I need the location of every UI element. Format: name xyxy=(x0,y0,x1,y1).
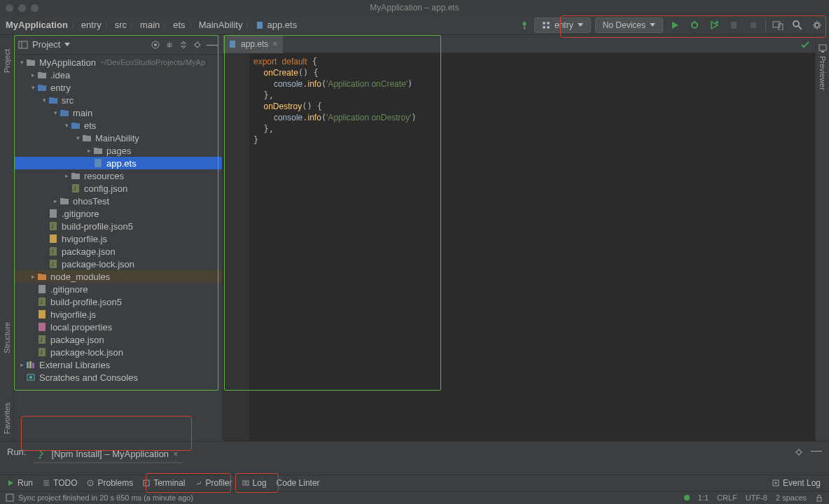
profile-button[interactable] xyxy=(706,18,722,33)
tree-row[interactable]: ▾MyApplication~/DevEcoStudioProjects/MyA… xyxy=(14,56,222,69)
collapse-all-icon[interactable] xyxy=(179,40,188,50)
tree-row[interactable]: Jbuild-profile.json5 xyxy=(14,295,222,308)
tree-row[interactable]: Jconfig.json xyxy=(14,182,222,195)
close-dot[interactable] xyxy=(6,4,13,12)
project-panel: Project — ▾MyApplication~/DevEcoStudioPr… xyxy=(14,35,223,441)
tree-row[interactable]: Scratches and Consoles xyxy=(14,371,222,384)
btn-todo[interactable]: TODO xyxy=(43,478,77,488)
breadcrumb-item[interactable]: src xyxy=(115,20,127,30)
breadcrumb: MyApplication〉entry〉src〉main〉ets〉MainAbi… xyxy=(6,20,297,30)
tree-row[interactable]: ▾src xyxy=(14,94,222,106)
debug-button[interactable] xyxy=(687,18,702,33)
breadcrumb-item[interactable]: main xyxy=(140,20,160,30)
window-title: MyApplication – app.ets xyxy=(370,3,459,13)
window-controls xyxy=(6,4,39,12)
attach-button[interactable] xyxy=(726,18,741,33)
tree-row[interactable]: ▾entry xyxy=(14,81,222,94)
lock-icon[interactable] xyxy=(815,493,823,502)
device-selector[interactable]: No Devices xyxy=(595,18,663,33)
gear-icon[interactable] xyxy=(794,447,804,457)
tree-row[interactable]: ▸ohosTest xyxy=(14,195,222,207)
tree-row[interactable]: ▾MainAbility xyxy=(14,132,222,144)
tree-row[interactable]: hvigorfile.js xyxy=(14,308,222,321)
tree-row[interactable]: Jpackage.json xyxy=(14,333,222,346)
breadcrumb-item[interactable]: ets xyxy=(173,20,185,30)
npm-icon xyxy=(37,449,47,459)
tree-row[interactable]: hvigorfile.js xyxy=(14,232,222,245)
svg-point-51 xyxy=(797,450,801,454)
gear-icon[interactable] xyxy=(809,18,825,33)
svg-rect-56 xyxy=(243,481,249,485)
tree-row[interactable]: local.properties xyxy=(14,321,222,333)
line-ending[interactable]: CRLF xyxy=(717,493,737,502)
select-opened-icon[interactable] xyxy=(151,40,160,50)
breadcrumb-item[interactable]: app.ets xyxy=(256,20,297,30)
btn-log[interactable]: Log xyxy=(242,478,267,488)
btn-run[interactable]: Run xyxy=(7,478,33,488)
device-manager-icon[interactable] xyxy=(770,18,786,33)
tree-row[interactable]: app.ets xyxy=(14,157,222,169)
btn-problems[interactable]: Problems xyxy=(87,478,133,488)
btn-terminal[interactable]: Terminal xyxy=(143,478,185,488)
run-button[interactable] xyxy=(667,18,683,33)
svg-point-17 xyxy=(815,23,819,27)
encoding[interactable]: UTF-8 xyxy=(746,493,767,502)
code[interactable]: export default { onCreate() { console.in… xyxy=(249,53,815,441)
editor-area: app.ets × export default { onCreate() { … xyxy=(223,35,815,441)
svg-text:J: J xyxy=(40,350,43,355)
tree-row[interactable]: ▸pages xyxy=(14,144,222,157)
breadcrumb-separator: 〉 xyxy=(71,20,78,30)
chevron-down-icon[interactable] xyxy=(64,43,70,46)
device-label: No Devices xyxy=(603,20,646,30)
close-icon[interactable]: × xyxy=(173,449,179,459)
rail-previewer[interactable]: Previewer xyxy=(818,56,827,90)
project-tree[interactable]: ▾MyApplication~/DevEcoStudioProjects/MyA… xyxy=(14,55,222,384)
tree-row[interactable]: ▾main xyxy=(14,106,222,119)
expand-all-icon[interactable] xyxy=(165,40,174,50)
caret-pos[interactable]: 1:1 xyxy=(698,493,709,502)
rail-favorites[interactable]: Favorites xyxy=(3,402,11,434)
rail-structure[interactable]: Structure xyxy=(3,322,11,354)
tree-row[interactable]: ▸.idea xyxy=(14,69,222,81)
minimize-icon[interactable]: — xyxy=(207,41,218,48)
search-icon[interactable] xyxy=(790,18,805,33)
btn-profiler[interactable]: Profiler xyxy=(195,478,232,488)
btn-eventlog[interactable]: Event Log xyxy=(772,478,821,488)
chevron-down-icon xyxy=(650,23,655,27)
tree-row[interactable]: .gitignore xyxy=(14,283,222,295)
previewer-icon[interactable] xyxy=(818,43,828,53)
close-icon[interactable]: × xyxy=(272,39,277,49)
svg-point-2 xyxy=(543,22,545,24)
tree-row[interactable]: Jbuild-profile.json5 xyxy=(14,220,222,232)
min-dot[interactable] xyxy=(18,4,26,12)
stop-button[interactable] xyxy=(746,18,761,33)
tree-row[interactable]: ▾ets xyxy=(14,119,222,132)
minimize-icon[interactable]: — xyxy=(811,447,822,457)
breadcrumb-item[interactable]: entry xyxy=(81,20,102,30)
editor-body[interactable]: export default { onCreate() { console.in… xyxy=(223,53,815,441)
run-config[interactable]: [Npm Install] – MyApplication × xyxy=(33,447,182,463)
tree-row[interactable]: ▸resources xyxy=(14,169,222,182)
svg-rect-43 xyxy=(27,362,29,368)
panel-settings-icon[interactable] xyxy=(193,40,202,50)
btn-codelinter[interactable]: Code Linter xyxy=(277,478,320,488)
breadcrumb-separator: 〉 xyxy=(104,20,112,30)
editor-tab-app[interactable]: app.ets × xyxy=(223,35,283,53)
build-icon[interactable] xyxy=(519,20,530,31)
tree-row[interactable]: ▸node_modules xyxy=(14,270,222,283)
chevron-down-icon xyxy=(578,23,583,27)
tree-row[interactable]: .gitignore xyxy=(14,207,222,220)
max-dot[interactable] xyxy=(31,4,39,12)
tree-row[interactable]: Jpackage-lock.json xyxy=(14,258,222,270)
svg-rect-12 xyxy=(751,22,756,28)
breadcrumb-item[interactable]: MyApplication xyxy=(6,20,68,30)
panel-title: Project xyxy=(32,39,60,50)
tree-row[interactable]: Jpackage-lock.json xyxy=(14,346,222,358)
module-selector[interactable]: entry xyxy=(534,18,591,33)
tree-row[interactable]: Jpackage.json xyxy=(14,245,222,258)
rail-project[interactable]: Project xyxy=(3,49,11,73)
breadcrumb-item[interactable]: MainAbility xyxy=(199,20,243,30)
tree-row[interactable]: ▸External Libraries xyxy=(14,358,222,371)
indent[interactable]: 2 spaces xyxy=(776,493,807,502)
svg-point-4 xyxy=(543,26,545,29)
